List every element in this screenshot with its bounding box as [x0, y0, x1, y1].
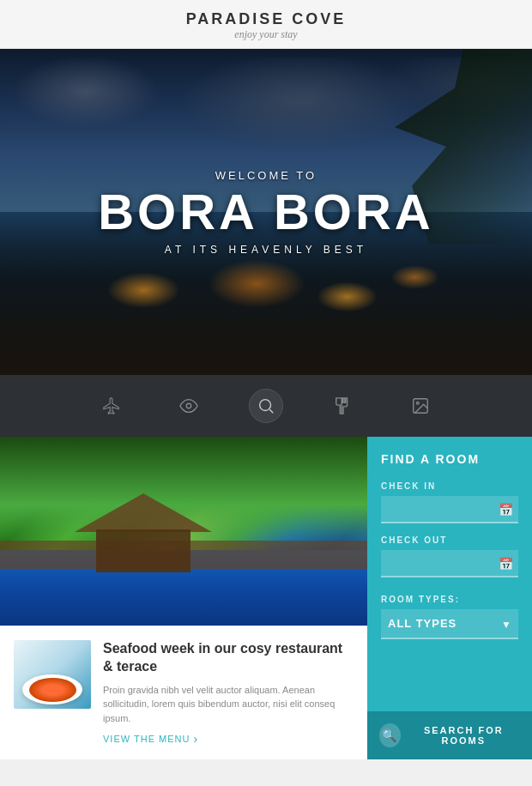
- room-types-select[interactable]: ALL TYPES Single Room Double Room Suite …: [381, 609, 518, 639]
- plane-icon[interactable]: [94, 389, 129, 423]
- hero-overlay: WELCOME TO BORA BORA AT ITS HEAVENLY BES…: [0, 49, 532, 375]
- booking-sidebar: FIND A ROOM CHECK IN 📅 CHECK OUT 📅 ROOM …: [367, 437, 532, 759]
- search-button-label: SEARCH FOR ROOMS: [408, 725, 520, 746]
- blog-excerpt: Proin gravida nibh vel velit auctor aliq…: [103, 683, 354, 726]
- resort-image-bg: [0, 437, 367, 626]
- hero-welcome-text: WELCOME TO: [215, 169, 317, 182]
- svg-point-0: [186, 403, 191, 408]
- blog-text: Seafood week in our cosy restaurant & te…: [103, 640, 354, 746]
- svg-point-1: [260, 400, 271, 411]
- eye-icon[interactable]: [172, 389, 206, 423]
- hero-tagline: AT ITS HEAVENLY BEST: [165, 244, 367, 256]
- view-menu-link[interactable]: VIEW THE MENU ›: [103, 732, 354, 746]
- room-types-group: ROOM TYPES: ALL TYPES Single Room Double…: [381, 590, 518, 639]
- hero-main-title: BORA BORA: [98, 187, 434, 237]
- search-icon[interactable]: [249, 389, 283, 423]
- room-types-select-wrapper: ALL TYPES Single Room Double Room Suite …: [381, 609, 518, 639]
- resort-hut: [92, 493, 195, 571]
- search-button-icon: 🔍: [379, 723, 401, 747]
- search-rooms-button[interactable]: 🔍 SEARCH FOR ROOMS: [367, 711, 532, 759]
- svg-point-3: [416, 402, 419, 404]
- check-in-input[interactable]: [381, 496, 518, 523]
- check-in-input-wrapper: 📅: [381, 496, 518, 523]
- fork-knife-icon[interactable]: [326, 389, 360, 423]
- check-out-calendar-icon: 📅: [499, 557, 513, 571]
- check-out-label: CHECK OUT: [381, 535, 518, 545]
- link-arrow: ›: [193, 732, 198, 746]
- site-header: PARADISE COVE enjoy your stay: [0, 0, 532, 49]
- blog-post: Seafood week in our cosy restaurant & te…: [0, 626, 367, 759]
- room-types-label: ROOM TYPES:: [381, 595, 518, 604]
- blog-thumbnail: [14, 640, 91, 709]
- check-out-input[interactable]: [381, 550, 518, 577]
- view-menu-text: VIEW THE MENU: [103, 734, 190, 744]
- hero-section: WELCOME TO BORA BORA AT ITS HEAVENLY BES…: [0, 49, 532, 375]
- resort-image: [0, 437, 367, 626]
- site-subtitle: enjoy your stay: [0, 28, 532, 41]
- check-in-group: CHECK IN 📅: [381, 481, 518, 523]
- main-content: Seafood week in our cosy restaurant & te…: [0, 437, 532, 759]
- site-title: PARADISE COVE: [0, 10, 532, 28]
- find-room-title: FIND A ROOM: [381, 452, 518, 466]
- left-column: Seafood week in our cosy restaurant & te…: [0, 437, 367, 759]
- food-plate: [22, 674, 82, 704]
- check-in-label: CHECK IN: [381, 481, 518, 491]
- navigation-bar: [0, 375, 532, 437]
- blog-title: Seafood week in our cosy restaurant & te…: [103, 640, 354, 676]
- check-out-group: CHECK OUT 📅: [381, 535, 518, 577]
- check-out-input-wrapper: 📅: [381, 550, 518, 577]
- food-image: [29, 678, 76, 702]
- gallery-icon[interactable]: [403, 389, 438, 423]
- check-in-calendar-icon: 📅: [499, 503, 513, 517]
